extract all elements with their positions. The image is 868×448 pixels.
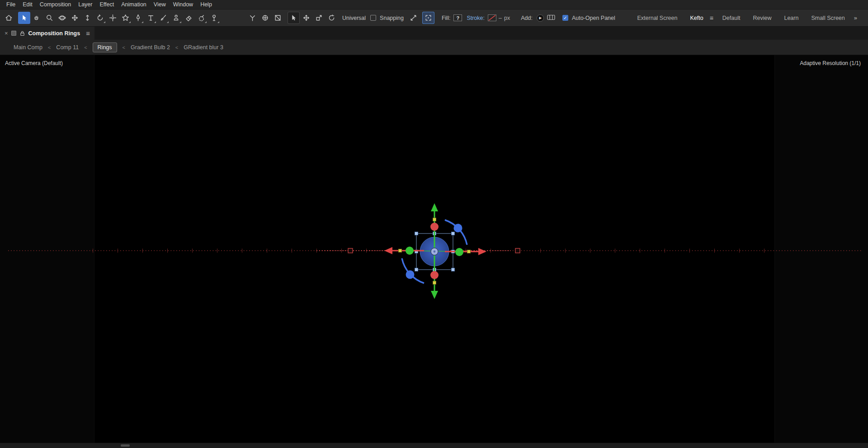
composition-panel-tab[interactable]: × Composition Rings ≡	[0, 27, 94, 40]
world-axis-icon[interactable]	[259, 12, 271, 24]
y-rotation-handle[interactable]	[455, 248, 463, 256]
pan-camera-icon[interactable]	[69, 12, 81, 24]
local-axis-icon[interactable]	[246, 12, 259, 24]
pen-tool-icon[interactable]	[132, 12, 144, 24]
active-camera-label[interactable]: Active Camera (Default)	[5, 60, 63, 66]
keyframe-marker[interactable]	[348, 248, 353, 253]
breadcrumb-rings-active[interactable]: Rings	[93, 42, 117, 52]
gizmo-mode-label[interactable]: Universal	[341, 15, 367, 21]
breadcrumb-main-comp[interactable]: Main Comp	[14, 44, 42, 51]
view-axis-icon[interactable]	[272, 12, 284, 24]
selection-tool-icon[interactable]	[18, 12, 30, 24]
panel-title: Composition Rings	[28, 30, 80, 37]
workspace-review[interactable]: Review	[746, 12, 778, 24]
horizontal-scrollbar-thumb[interactable]	[121, 444, 130, 447]
add-play-icon[interactable]: ▶	[537, 14, 544, 22]
tool-options: Universal Snapping Fill: ? Stroke: – px …	[246, 12, 616, 24]
fill-swatch[interactable]: ?	[453, 14, 462, 21]
stroke-unit-label: px	[504, 15, 510, 21]
workspace-kefto[interactable]: Kefto	[684, 12, 709, 24]
lock-icon[interactable]	[19, 30, 25, 37]
dolly-camera-icon[interactable]	[81, 12, 94, 24]
transform-gizmo[interactable]	[0, 55, 868, 443]
menu-edit[interactable]: Edit	[19, 0, 36, 9]
clone-stamp-icon[interactable]	[170, 12, 182, 24]
shape-tool-icon[interactable]	[119, 12, 132, 24]
breadcrumb-separator: <	[48, 45, 51, 50]
z-rotation-arc-top[interactable]	[445, 220, 467, 245]
x-rotation-handle[interactable]	[430, 223, 439, 231]
pan-behind-anchor-icon[interactable]	[107, 12, 119, 24]
menu-composition[interactable]: Composition	[36, 0, 75, 9]
eraser-icon[interactable]	[183, 12, 195, 24]
workspace-external-screen[interactable]: External Screen	[631, 12, 684, 24]
gizmo-rotation-icon[interactable]	[326, 12, 338, 24]
gizmo-mode-group	[288, 12, 338, 24]
z-rotation-handle[interactable]	[406, 271, 415, 279]
snap-extents-icon[interactable]	[407, 12, 420, 24]
y-rotation-handle[interactable]	[406, 247, 414, 255]
type-tool-icon[interactable]	[145, 12, 157, 24]
fill-label[interactable]: Fill:	[441, 15, 451, 21]
keyframe-marker[interactable]	[515, 248, 520, 253]
stroke-swatch[interactable]	[488, 14, 496, 21]
auto-open-group: ✓ Auto-Open Panel	[562, 15, 616, 21]
fill-group: Fill: ?	[441, 14, 462, 21]
home-icon[interactable]	[3, 12, 15, 24]
composition-breadcrumb: Main Comp < Comp 11 < Rings < Gradient B…	[0, 40, 868, 55]
breadcrumb-gradient-bulb-2[interactable]: Gradient Bulb 2	[131, 44, 170, 51]
axis-mode-group	[246, 12, 284, 24]
menu-effect[interactable]: Effect	[96, 0, 118, 9]
menu-file[interactable]: File	[3, 0, 19, 9]
brush-tool-icon[interactable]	[157, 12, 170, 24]
gizmo-position-icon[interactable]	[300, 12, 312, 24]
stroke-group: Stroke: – px	[466, 14, 510, 21]
tool-group-main	[3, 12, 220, 24]
zoom-tool-icon[interactable]	[43, 12, 56, 24]
gizmo-select-icon[interactable]	[288, 12, 300, 24]
hand-tool-icon[interactable]	[31, 12, 43, 24]
panel-menu-icon[interactable]: ≡	[86, 29, 90, 37]
composition-viewer[interactable]: Active Camera (Default) Adaptive Resolut…	[0, 55, 868, 443]
workspace-menu-icon[interactable]: ≡	[710, 14, 716, 22]
menu-view[interactable]: View	[150, 0, 170, 9]
snapping-checkbox[interactable]	[370, 15, 376, 21]
breadcrumb-comp-11[interactable]: Comp 11	[56, 44, 79, 51]
add-label: Add:	[520, 15, 533, 21]
breadcrumb-separator: <	[175, 45, 178, 50]
workspace-learn[interactable]: Learn	[778, 12, 805, 24]
z-rotation-handle[interactable]	[454, 224, 462, 233]
snap-bounds-icon[interactable]	[422, 12, 434, 24]
roto-brush-icon[interactable]	[195, 12, 208, 24]
workspace-bar: External Screen Kefto ≡ Default Review L…	[631, 12, 865, 24]
auto-open-label[interactable]: Auto-Open Panel	[571, 15, 616, 21]
menu-help[interactable]: Help	[197, 0, 216, 9]
menu-window[interactable]: Window	[170, 0, 197, 9]
workspace-overflow-icon[interactable]: »	[851, 14, 860, 21]
panel-tab-bar: × Composition Rings ≡	[0, 27, 868, 40]
anchor-point-center	[434, 251, 436, 253]
gizmo-scale-icon[interactable]	[313, 12, 325, 24]
adaptive-resolution-label[interactable]: Adaptive Resolution (1/1)	[800, 60, 861, 66]
rotation-tool-icon[interactable]	[94, 12, 106, 24]
auto-open-checkbox[interactable]: ✓	[562, 15, 568, 21]
footage-icon[interactable]	[547, 14, 555, 22]
orbit-camera-icon[interactable]	[56, 12, 68, 24]
viewer-scroll-strip	[0, 443, 868, 448]
stroke-width-value[interactable]: –	[499, 15, 502, 21]
breadcrumb-gradient-blur-3[interactable]: GRadient blur 3	[184, 44, 223, 51]
workspace-default[interactable]: Default	[716, 12, 747, 24]
menu-layer[interactable]: Layer	[75, 0, 96, 9]
workspace-small-screen[interactable]: Small Screen	[805, 12, 851, 24]
add-group: Add: ▶	[520, 14, 555, 22]
stroke-label[interactable]: Stroke:	[466, 15, 486, 21]
menu-animation[interactable]: Animation	[118, 0, 150, 9]
menu-bar: File Edit Composition Layer Effect Anima…	[0, 0, 868, 9]
snapping-group: Snapping	[370, 12, 434, 24]
z-rotation-arc-bottom[interactable]	[402, 258, 424, 283]
x-rotation-handle[interactable]	[430, 271, 439, 279]
breadcrumb-separator: <	[84, 45, 87, 50]
close-icon[interactable]: ×	[5, 30, 8, 36]
snapping-label[interactable]: Snapping	[379, 15, 405, 21]
puppet-pin-icon[interactable]	[208, 12, 220, 24]
